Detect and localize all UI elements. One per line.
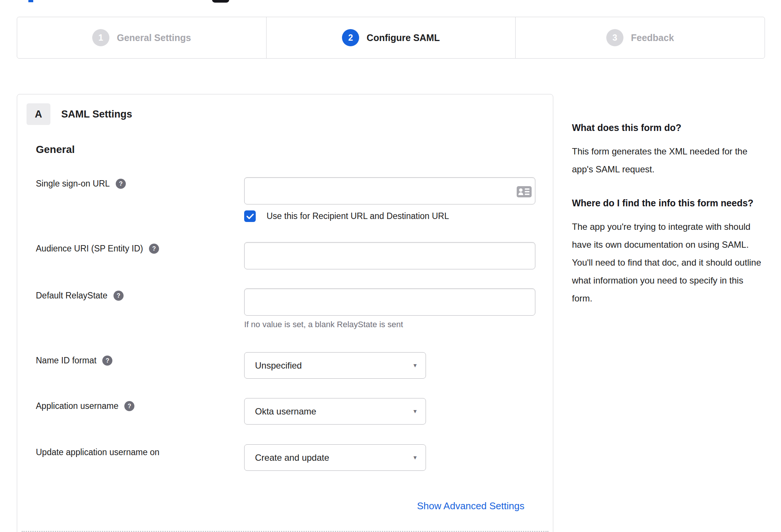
sso-url-help-icon[interactable]: ?	[116, 179, 126, 189]
section-a-badge: A	[27, 103, 50, 125]
relaystate-help-icon[interactable]: ?	[113, 291, 124, 301]
sidebar-paragraph-where: The app you're trying to integrate with …	[572, 218, 763, 307]
sso-url-label-row: Single sign-on URL ?	[36, 179, 126, 189]
update-username-select[interactable]: Create and update ▾	[244, 444, 426, 471]
step-2-number-badge: 2	[342, 29, 359, 46]
contact-card-icon	[517, 186, 532, 197]
audience-uri-help-icon[interactable]: ?	[149, 244, 159, 254]
chevron-down-icon: ▾	[413, 407, 417, 415]
chevron-down-icon: ▾	[413, 362, 417, 369]
nameid-select[interactable]: Unspecified ▾	[244, 352, 426, 379]
audience-uri-label-row: Audience URI (SP Entity ID) ?	[36, 244, 159, 254]
update-username-selected-value: Create and update	[255, 453, 329, 463]
update-username-label-row: Update application username on	[36, 447, 159, 457]
relaystate-label-row: Default RelayState ?	[36, 291, 124, 301]
app-username-label-row: Application username ?	[36, 401, 134, 411]
step-3-number-badge: 3	[606, 29, 623, 46]
help-sidebar: What does this form do? This form genera…	[572, 119, 763, 323]
clipped-heading-fragment	[212, 0, 229, 3]
sso-url-label: Single sign-on URL	[36, 179, 110, 189]
step-general-settings[interactable]: 1 General Settings	[17, 17, 267, 58]
recipient-url-checkbox-label[interactable]: Use this for Recipient URL and Destinati…	[267, 211, 449, 221]
nameid-label-row: Name ID format ?	[36, 356, 112, 366]
app-username-label: Application username	[36, 401, 118, 411]
general-section-heading: General	[36, 144, 75, 156]
nameid-help-icon[interactable]: ?	[102, 356, 112, 366]
update-username-label: Update application username on	[36, 447, 159, 457]
show-advanced-settings-link[interactable]: Show Advanced Settings	[417, 500, 536, 512]
step-2-label: Configure SAML	[367, 32, 440, 43]
clipped-logo-fragment	[28, 0, 33, 2]
chevron-down-icon: ▾	[413, 454, 417, 461]
app-username-select[interactable]: Okta username ▾	[244, 398, 426, 425]
nameid-label: Name ID format	[36, 356, 96, 366]
relaystate-input[interactable]	[244, 288, 535, 316]
sso-url-input[interactable]	[244, 177, 535, 204]
step-3-label: Feedback	[631, 32, 674, 43]
step-1-number-badge: 1	[92, 29, 109, 46]
audience-uri-label: Audience URI (SP Entity ID)	[36, 244, 143, 254]
saml-settings-title: SAML Settings	[61, 109, 132, 120]
sidebar-heading-what: What does this form do?	[572, 119, 763, 137]
sidebar-heading-where: Where do I find the info this form needs…	[572, 194, 763, 212]
app-username-selected-value: Okta username	[255, 406, 316, 417]
wizard-stepper: 1 General Settings 2 Configure SAML 3 Fe…	[17, 17, 765, 59]
step-1-label: General Settings	[117, 32, 191, 43]
audience-uri-input[interactable]	[244, 242, 535, 269]
nameid-selected-value: Unspecified	[255, 360, 302, 371]
relaystate-hint: If no value is set, a blank RelayState i…	[244, 320, 403, 329]
saml-settings-card: A SAML Settings General Single sign-on U…	[17, 94, 553, 532]
recipient-url-checkbox[interactable]	[244, 210, 256, 222]
configure-saml-page: 1 General Settings 2 Configure SAML 3 Fe…	[0, 0, 781, 532]
step-feedback[interactable]: 3 Feedback	[516, 17, 765, 58]
relaystate-label: Default RelayState	[36, 291, 108, 301]
sidebar-paragraph-what: This form generates the XML needed for t…	[572, 143, 763, 178]
step-configure-saml[interactable]: 2 Configure SAML	[267, 17, 516, 58]
app-username-help-icon[interactable]: ?	[124, 401, 134, 411]
